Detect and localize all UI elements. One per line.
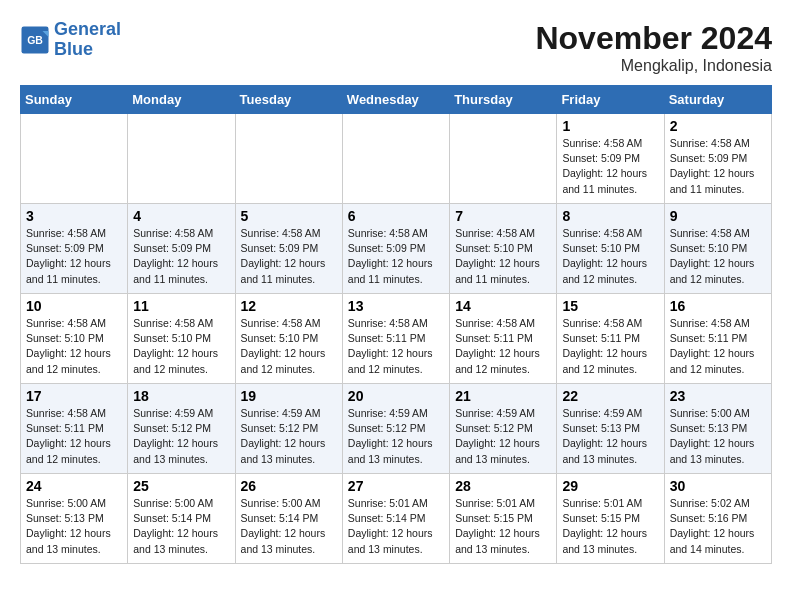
day-info: Sunrise: 4:58 AM Sunset: 5:09 PM Dayligh… [562,136,658,197]
day-info: Sunrise: 5:01 AM Sunset: 5:15 PM Dayligh… [562,496,658,557]
calendar-cell [342,114,449,204]
calendar-cell: 26Sunrise: 5:00 AM Sunset: 5:14 PM Dayli… [235,474,342,564]
day-number: 12 [241,298,337,314]
calendar-cell: 10Sunrise: 4:58 AM Sunset: 5:10 PM Dayli… [21,294,128,384]
calendar-cell: 20Sunrise: 4:59 AM Sunset: 5:12 PM Dayli… [342,384,449,474]
page-header: GB General Blue November 2024 Mengkalip,… [20,20,772,75]
day-info: Sunrise: 4:58 AM Sunset: 5:09 PM Dayligh… [26,226,122,287]
calendar-cell [450,114,557,204]
calendar-cell [128,114,235,204]
day-info: Sunrise: 4:58 AM Sunset: 5:10 PM Dayligh… [241,316,337,377]
calendar-cell: 17Sunrise: 4:58 AM Sunset: 5:11 PM Dayli… [21,384,128,474]
calendar-cell [235,114,342,204]
day-number: 14 [455,298,551,314]
day-info: Sunrise: 4:58 AM Sunset: 5:09 PM Dayligh… [241,226,337,287]
day-info: Sunrise: 4:58 AM Sunset: 5:09 PM Dayligh… [348,226,444,287]
day-number: 24 [26,478,122,494]
calendar-cell: 22Sunrise: 4:59 AM Sunset: 5:13 PM Dayli… [557,384,664,474]
day-info: Sunrise: 4:58 AM Sunset: 5:10 PM Dayligh… [26,316,122,377]
day-number: 25 [133,478,229,494]
calendar-cell: 30Sunrise: 5:02 AM Sunset: 5:16 PM Dayli… [664,474,771,564]
calendar-cell: 12Sunrise: 4:58 AM Sunset: 5:10 PM Dayli… [235,294,342,384]
day-number: 15 [562,298,658,314]
day-info: Sunrise: 4:58 AM Sunset: 5:10 PM Dayligh… [455,226,551,287]
calendar-cell: 29Sunrise: 5:01 AM Sunset: 5:15 PM Dayli… [557,474,664,564]
day-info: Sunrise: 4:59 AM Sunset: 5:13 PM Dayligh… [562,406,658,467]
weekday-wednesday: Wednesday [342,86,449,114]
day-info: Sunrise: 4:58 AM Sunset: 5:09 PM Dayligh… [670,136,766,197]
day-number: 1 [562,118,658,134]
svg-text:GB: GB [27,34,43,46]
calendar-cell: 6Sunrise: 4:58 AM Sunset: 5:09 PM Daylig… [342,204,449,294]
day-info: Sunrise: 5:00 AM Sunset: 5:14 PM Dayligh… [133,496,229,557]
day-info: Sunrise: 4:58 AM Sunset: 5:10 PM Dayligh… [670,226,766,287]
weekday-monday: Monday [128,86,235,114]
day-info: Sunrise: 5:00 AM Sunset: 5:13 PM Dayligh… [670,406,766,467]
day-info: Sunrise: 4:58 AM Sunset: 5:11 PM Dayligh… [670,316,766,377]
calendar-week-4: 17Sunrise: 4:58 AM Sunset: 5:11 PM Dayli… [21,384,772,474]
calendar-cell: 25Sunrise: 5:00 AM Sunset: 5:14 PM Dayli… [128,474,235,564]
calendar-week-3: 10Sunrise: 4:58 AM Sunset: 5:10 PM Dayli… [21,294,772,384]
day-info: Sunrise: 5:00 AM Sunset: 5:14 PM Dayligh… [241,496,337,557]
weekday-sunday: Sunday [21,86,128,114]
day-number: 8 [562,208,658,224]
day-number: 5 [241,208,337,224]
logo-text: General Blue [54,20,121,60]
day-number: 19 [241,388,337,404]
day-number: 17 [26,388,122,404]
day-number: 23 [670,388,766,404]
day-number: 27 [348,478,444,494]
weekday-tuesday: Tuesday [235,86,342,114]
calendar-cell: 16Sunrise: 4:58 AM Sunset: 5:11 PM Dayli… [664,294,771,384]
day-number: 9 [670,208,766,224]
day-number: 18 [133,388,229,404]
calendar-cell: 2Sunrise: 4:58 AM Sunset: 5:09 PM Daylig… [664,114,771,204]
calendar-cell: 28Sunrise: 5:01 AM Sunset: 5:15 PM Dayli… [450,474,557,564]
day-number: 3 [26,208,122,224]
calendar-cell: 13Sunrise: 4:58 AM Sunset: 5:11 PM Dayli… [342,294,449,384]
day-number: 16 [670,298,766,314]
weekday-header-row: SundayMondayTuesdayWednesdayThursdayFrid… [21,86,772,114]
day-info: Sunrise: 5:01 AM Sunset: 5:14 PM Dayligh… [348,496,444,557]
day-info: Sunrise: 5:02 AM Sunset: 5:16 PM Dayligh… [670,496,766,557]
logo-icon: GB [20,25,50,55]
day-number: 29 [562,478,658,494]
month-title: November 2024 [535,20,772,57]
day-info: Sunrise: 4:59 AM Sunset: 5:12 PM Dayligh… [133,406,229,467]
calendar-cell: 27Sunrise: 5:01 AM Sunset: 5:14 PM Dayli… [342,474,449,564]
day-number: 22 [562,388,658,404]
calendar-cell: 8Sunrise: 4:58 AM Sunset: 5:10 PM Daylig… [557,204,664,294]
day-info: Sunrise: 4:59 AM Sunset: 5:12 PM Dayligh… [455,406,551,467]
calendar-cell: 15Sunrise: 4:58 AM Sunset: 5:11 PM Dayli… [557,294,664,384]
calendar-cell: 14Sunrise: 4:58 AM Sunset: 5:11 PM Dayli… [450,294,557,384]
day-number: 26 [241,478,337,494]
day-number: 4 [133,208,229,224]
day-info: Sunrise: 4:58 AM Sunset: 5:11 PM Dayligh… [26,406,122,467]
weekday-friday: Friday [557,86,664,114]
calendar-table: SundayMondayTuesdayWednesdayThursdayFrid… [20,85,772,564]
weekday-thursday: Thursday [450,86,557,114]
calendar-cell: 24Sunrise: 5:00 AM Sunset: 5:13 PM Dayli… [21,474,128,564]
calendar-cell: 9Sunrise: 4:58 AM Sunset: 5:10 PM Daylig… [664,204,771,294]
day-info: Sunrise: 4:58 AM Sunset: 5:11 PM Dayligh… [348,316,444,377]
day-info: Sunrise: 4:59 AM Sunset: 5:12 PM Dayligh… [348,406,444,467]
calendar-cell [21,114,128,204]
calendar-cell: 7Sunrise: 4:58 AM Sunset: 5:10 PM Daylig… [450,204,557,294]
day-info: Sunrise: 4:59 AM Sunset: 5:12 PM Dayligh… [241,406,337,467]
day-number: 10 [26,298,122,314]
day-number: 30 [670,478,766,494]
weekday-saturday: Saturday [664,86,771,114]
calendar-cell: 11Sunrise: 4:58 AM Sunset: 5:10 PM Dayli… [128,294,235,384]
location: Mengkalip, Indonesia [535,57,772,75]
calendar-cell: 3Sunrise: 4:58 AM Sunset: 5:09 PM Daylig… [21,204,128,294]
day-number: 6 [348,208,444,224]
day-info: Sunrise: 4:58 AM Sunset: 5:10 PM Dayligh… [562,226,658,287]
day-info: Sunrise: 5:00 AM Sunset: 5:13 PM Dayligh… [26,496,122,557]
calendar-cell: 19Sunrise: 4:59 AM Sunset: 5:12 PM Dayli… [235,384,342,474]
calendar-cell: 4Sunrise: 4:58 AM Sunset: 5:09 PM Daylig… [128,204,235,294]
title-area: November 2024 Mengkalip, Indonesia [535,20,772,75]
calendar-cell: 21Sunrise: 4:59 AM Sunset: 5:12 PM Dayli… [450,384,557,474]
day-info: Sunrise: 4:58 AM Sunset: 5:09 PM Dayligh… [133,226,229,287]
day-number: 28 [455,478,551,494]
day-number: 7 [455,208,551,224]
